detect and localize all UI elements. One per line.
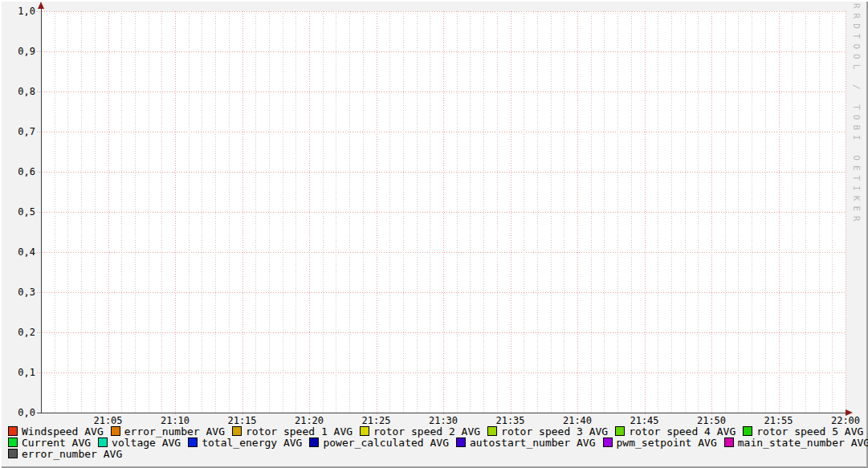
gridline-vertical-minor: [564, 11, 564, 413]
gridline-vertical-minor: [671, 11, 672, 413]
legend-label: rotor speed 1 AVG: [246, 425, 352, 437]
gridline-vertical-minor: [483, 11, 484, 413]
legend-item: rotor speed 2 AVG: [360, 425, 480, 437]
legend-label: rotor speed 2 AVG: [373, 425, 480, 437]
legend-item: Current AVG: [8, 437, 91, 449]
gridline-vertical-major: [577, 11, 578, 415]
gridline-vertical-minor: [551, 11, 552, 413]
legend-color-swatch: [724, 437, 734, 447]
gridline-vertical-minor: [604, 11, 605, 413]
legend-row: Windspeed AVGerror_number AVGrotor speed…: [8, 425, 868, 437]
gridline-vertical-minor: [658, 11, 658, 413]
legend-label: power_calculated AVG: [323, 437, 449, 449]
gridline-vertical-minor: [417, 11, 418, 413]
legend-item: total_energy AVG: [188, 437, 302, 449]
legend-item: pwm_setpoint AVG: [603, 437, 717, 449]
gridline-vertical-minor: [752, 11, 752, 413]
gridline-vertical-major: [309, 11, 310, 415]
gridline-vertical-major: [377, 11, 377, 415]
y-tick-label: 0,7: [0, 126, 35, 137]
y-tick-label: 0,4: [0, 246, 35, 258]
gridline-vertical-minor: [631, 11, 632, 413]
gridline-vertical-minor: [537, 11, 538, 413]
gridline-vertical-major: [645, 11, 646, 415]
gridline-vertical-minor: [805, 11, 806, 413]
legend-item: voltage AVG: [98, 437, 181, 449]
legend-label: rotor speed 4 AVG: [629, 425, 736, 437]
y-tick-label: 0,3: [0, 287, 35, 298]
gridline-vertical-minor: [457, 11, 458, 413]
legend-item: power_calculated AVG: [309, 437, 449, 449]
gridline-vertical-major: [511, 11, 511, 415]
legend-color-swatch: [743, 426, 752, 436]
legend-color-swatch: [360, 426, 369, 436]
legend-color-swatch: [232, 426, 242, 436]
gridline-vertical-minor: [215, 11, 216, 413]
legend-label: autostart_number AVG: [470, 437, 596, 449]
gridline-vertical-minor: [349, 11, 350, 413]
legend-label: rotor speed 3 AVG: [501, 425, 608, 437]
legend-item: autostart_number AVG: [456, 437, 596, 449]
legend-label: error_number AVG: [124, 425, 225, 437]
gridline-vertical-minor: [430, 11, 430, 413]
legend: Windspeed AVGerror_number AVGrotor speed…: [8, 425, 868, 459]
legend-label: error_number AVG: [22, 448, 122, 460]
gridline-vertical-minor: [765, 11, 766, 413]
legend-color-swatch: [8, 437, 18, 447]
gridline-vertical-minor: [283, 11, 283, 413]
y-tick-label: 0,1: [0, 367, 35, 378]
y-tick-label: 0,6: [0, 166, 35, 177]
legend-item: error_number AVG: [8, 448, 122, 460]
legend-row: error_number AVG: [8, 448, 868, 459]
gridline-vertical-minor: [323, 11, 324, 413]
legend-item: rotor speed 4 AVG: [615, 425, 736, 437]
rrdtool-graph: 1,00,90,80,70,60,50,40,30,20,10,0 21:052…: [0, 0, 868, 468]
gridline-vertical-minor: [149, 11, 149, 413]
legend-label: Windspeed AVG: [22, 425, 104, 437]
legend-color-swatch: [8, 449, 18, 458]
legend-item: Windspeed AVG: [8, 425, 104, 437]
legend-color-swatch: [487, 426, 497, 436]
legend-item: rotor speed 1 AVG: [232, 425, 352, 437]
gridline-vertical-minor: [497, 11, 498, 413]
legend-item: main_state_number AVG: [724, 437, 868, 449]
gridline-vertical-minor: [81, 11, 82, 413]
legend-color-swatch: [8, 426, 18, 436]
legend-color-swatch: [111, 426, 120, 436]
y-tick-label: 0,2: [0, 327, 35, 338]
gridline-vertical-major: [175, 11, 176, 415]
legend-label: pwm_setpoint AVG: [617, 437, 717, 449]
gridline-vertical-minor: [135, 11, 136, 413]
gridline-vertical-major: [846, 11, 846, 415]
gridline-vertical-minor: [95, 11, 96, 413]
legend-color-swatch: [188, 437, 198, 447]
x-axis-line: [37, 413, 850, 413]
legend-color-swatch: [603, 437, 613, 447]
legend-item: rotor speed 3 AVG: [487, 425, 608, 437]
gridline-vertical-minor: [403, 11, 404, 413]
gridline-vertical-minor: [336, 11, 336, 413]
legend-label: voltage AVG: [112, 437, 181, 449]
legend-color-swatch: [615, 426, 625, 436]
legend-label: rotor speed 5 AVG: [756, 425, 863, 437]
y-tick-label: 1,0: [0, 6, 35, 17]
gridline-vertical-minor: [229, 11, 230, 413]
gridline-vertical-minor: [161, 11, 162, 413]
gridline-vertical-minor: [832, 11, 833, 413]
legend-label: Current AVG: [22, 437, 91, 449]
y-tick-label: 0,8: [0, 86, 35, 97]
gridline-vertical-minor: [363, 11, 364, 413]
gridline-vertical-minor: [617, 11, 618, 413]
y-tick-label: 0,9: [0, 46, 35, 57]
gridline-vertical-minor: [698, 11, 699, 413]
gridline-vertical-major: [443, 11, 444, 415]
gridline-vertical-major: [711, 11, 712, 415]
y-axis-arrow-icon: [38, 2, 44, 9]
gridline-vertical-minor: [591, 11, 592, 413]
gridline-vertical-minor: [470, 11, 471, 413]
gridline-vertical-minor: [819, 11, 820, 413]
gridline-vertical-minor: [55, 11, 55, 413]
gridline-vertical-major: [779, 11, 780, 415]
gridline-vertical-minor: [255, 11, 256, 413]
gridline-vertical-minor: [189, 11, 189, 413]
